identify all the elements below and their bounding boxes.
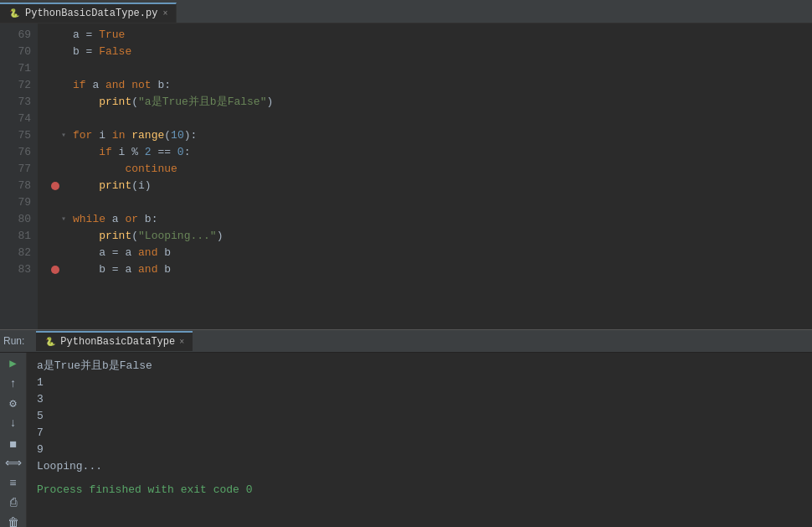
line-number: 72 (0, 77, 31, 94)
token-paren: ) (184, 127, 191, 144)
line-number: 83 (0, 261, 31, 278)
token-op: = (105, 245, 125, 261)
token-op: == (152, 144, 177, 161)
output-line: 5 (37, 408, 802, 425)
settings-button[interactable]: ⚙ (4, 396, 23, 411)
token-op: = (80, 27, 99, 44)
line-numbers: 697071727374757677787980818283 (0, 23, 38, 329)
stop-button[interactable]: ◼ (4, 436, 23, 451)
token-op: : (191, 127, 198, 144)
code-line: if a and not b: (49, 77, 812, 94)
line-number: 76 (0, 144, 31, 161)
editor-tab[interactable]: 🐍 PythonBasicDataType.py × (0, 3, 177, 23)
token-kw: and not (99, 77, 157, 94)
python-icon: 🐍 (8, 8, 20, 19)
token-var: b (73, 44, 80, 60)
token-paren: ( (131, 94, 138, 111)
token-op: = (105, 261, 125, 278)
token-num: 10 (171, 127, 184, 144)
down-button[interactable]: ↓ (4, 416, 23, 431)
code-line: print(i) (49, 178, 812, 194)
token-var: b (164, 245, 171, 261)
code-line: b = False (49, 44, 812, 60)
token-kw: in (105, 127, 131, 144)
code-line (49, 60, 812, 77)
code-line (49, 111, 812, 127)
code-line: print("Looping...") (49, 228, 812, 245)
output-line: 9 (37, 442, 802, 458)
code-editor: 697071727374757677787980818283 a = Trueb… (0, 23, 812, 329)
token-paren: ) (217, 228, 224, 245)
line-number: 69 (0, 27, 31, 44)
token-kw: for (73, 127, 99, 144)
line-number: 82 (0, 245, 31, 261)
code-line: print("a是True并且b是False") (49, 94, 812, 111)
code-area[interactable]: a = Trueb = Falseif a and not b: print("… (38, 23, 812, 329)
token-kw: if (73, 144, 119, 161)
wrap-button[interactable]: ⟺ (4, 456, 23, 471)
output-line: a是True并且b是False (37, 358, 802, 375)
token-paren: ) (266, 94, 273, 111)
token-kw2: True (99, 27, 125, 44)
code-line: ▾for i in range(10): (49, 127, 812, 144)
code-line: ▾while a or b: (49, 211, 812, 228)
token-var: i (138, 178, 145, 194)
token-op: % (125, 144, 144, 161)
token-var: a (112, 211, 119, 228)
line-number: 79 (0, 194, 31, 211)
token-paren: ) (145, 178, 152, 194)
token-op: : (152, 211, 158, 228)
token-var: a (92, 77, 99, 94)
run-tab-close[interactable]: × (179, 338, 184, 347)
token-fn: print (73, 94, 131, 111)
token-fn: range (131, 127, 164, 144)
run-tab-python-icon: 🐍 (44, 336, 56, 348)
run-panel: ▶↑⚙↓◼⟺≡⎙🗑📌 a是True并且b是False13579Looping..… (0, 353, 812, 527)
run-output: a是True并且b是False13579Looping...Process fi… (27, 353, 812, 527)
run-sidebar: ▶↑⚙↓◼⟺≡⎙🗑📌 (0, 353, 27, 527)
output-line: 3 (37, 391, 802, 408)
output-line: Looping... (37, 458, 802, 475)
code-line: a = a and b (49, 245, 812, 261)
print-button[interactable]: ⎙ (4, 496, 23, 511)
code-line: b = a and b (49, 261, 812, 278)
editor-tab-close[interactable]: × (162, 9, 167, 18)
code-line: if i % 2 == 0: (49, 144, 812, 161)
token-kw: or (119, 211, 145, 228)
token-num: 2 (145, 144, 152, 161)
up-button[interactable]: ↑ (4, 376, 23, 391)
code-line: continue (49, 161, 812, 178)
token-paren: ( (131, 228, 138, 245)
token-var: a (125, 261, 131, 278)
align-button[interactable]: ≡ (4, 476, 23, 491)
line-number: 78 (0, 178, 31, 194)
breakpoint-dot (51, 182, 59, 190)
line-number: 80 (0, 211, 31, 228)
editor-tab-label: PythonBasicDataType.py (25, 8, 157, 19)
fold-icon[interactable]: ▾ (61, 211, 71, 228)
token-var: b (157, 77, 164, 94)
run-label: Run: (3, 335, 31, 347)
line-number: 73 (0, 94, 31, 111)
token-str: "a是True并且b是False" (138, 94, 266, 111)
fold-icon[interactable]: ▾ (61, 127, 71, 144)
line-number: 70 (0, 44, 31, 60)
breakpoint-col (49, 182, 61, 190)
token-kw: while (73, 211, 112, 228)
token-kw2: False (99, 44, 131, 60)
run-button[interactable]: ▶ (4, 356, 23, 371)
token-var: b (145, 211, 152, 228)
line-number: 75 (0, 127, 31, 144)
clear-button[interactable]: 🗑 (4, 515, 23, 527)
line-number: 71 (0, 60, 31, 77)
token-str: "Looping..." (138, 228, 217, 245)
token-kw: if (73, 77, 92, 94)
token-op: : (164, 77, 171, 94)
output-line: 7 (37, 425, 802, 442)
token-var: a (73, 245, 105, 261)
token-var: b (164, 261, 171, 278)
token-paren: ( (164, 127, 171, 144)
editor-container: 🐍 PythonBasicDataType.py × 6970717273747… (0, 0, 812, 527)
token-op: = (80, 44, 99, 60)
run-tab[interactable]: 🐍 PythonBasicDataType × (36, 331, 193, 351)
